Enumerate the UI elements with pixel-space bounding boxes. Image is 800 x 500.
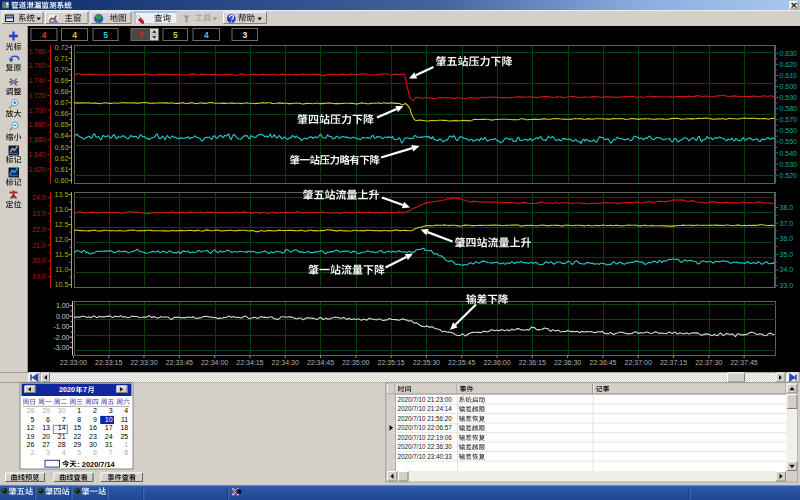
svg-text:0.71: 0.71 [55,54,69,63]
svg-text:1.700: 1.700 [28,107,45,114]
svg-text:1.680: 1.680 [28,121,45,128]
svg-text:3: 3 [46,449,50,456]
svg-text:0.72: 0.72 [55,43,69,52]
svg-text:2020/7/10 23:40:33: 2020/7/10 23:40:33 [398,453,453,460]
svg-text:0.600: 0.600 [780,83,798,90]
svg-text:5: 5 [103,30,108,40]
svg-text:12.0: 12.0 [55,235,69,244]
svg-text:22:35:00: 22:35:00 [342,359,369,366]
svg-text:27: 27 [42,441,50,448]
svg-text:: 2020/7/14: : 2020/7/14 [77,460,115,469]
svg-text:29: 29 [73,441,81,448]
svg-text:22:37:30: 22:37:30 [695,359,722,366]
svg-text:22:36:00: 22:36:00 [483,359,510,366]
svg-text:1.660: 1.660 [28,136,45,143]
svg-text:23: 23 [89,433,97,440]
svg-text:0.520: 0.520 [780,172,798,179]
svg-text:29: 29 [42,407,50,414]
svg-text:26: 26 [27,441,35,448]
svg-text:2: 2 [93,407,97,414]
svg-text:-1.00: -1.00 [54,323,70,330]
svg-text:19.0: 19.0 [32,273,45,280]
svg-text:24: 24 [105,433,113,440]
svg-text:0.66: 0.66 [55,109,69,118]
svg-text:0.580: 0.580 [780,105,798,112]
svg-text:38.0: 38.0 [780,204,794,211]
svg-text:0.540: 0.540 [780,150,798,157]
svg-text:12: 12 [27,424,35,431]
svg-text:1.720: 1.720 [28,92,45,99]
svg-text:13.5: 13.5 [55,190,69,199]
svg-text:0.67: 0.67 [55,98,69,107]
svg-text:1.760: 1.760 [28,62,45,69]
svg-text:6: 6 [93,449,97,456]
svg-text:22:33:30: 22:33:30 [130,359,157,366]
svg-text:28: 28 [27,407,35,414]
svg-text:7: 7 [109,449,113,456]
svg-text:6: 6 [46,416,50,423]
svg-text:2: 2 [30,449,34,456]
svg-text:24.0: 24.0 [32,194,45,201]
svg-text:21: 21 [58,433,66,440]
svg-text:1.640: 1.640 [28,151,45,158]
svg-text:8: 8 [77,416,81,423]
svg-text:22:34:45: 22:34:45 [307,359,334,366]
svg-text:22:35:15: 22:35:15 [377,359,404,366]
svg-text:22:34:00: 22:34:00 [201,359,228,366]
svg-text:0.68: 0.68 [55,87,69,96]
svg-text:22:37:45: 22:37:45 [730,359,757,366]
svg-text:36.0: 36.0 [780,235,794,242]
svg-text:0.61: 0.61 [55,165,69,174]
svg-text:25: 25 [120,433,128,440]
svg-text:22:33:45: 22:33:45 [166,359,193,366]
svg-text:5: 5 [30,416,34,423]
svg-text:35.0: 35.0 [780,251,794,258]
svg-text:2020: 2020 [59,385,75,394]
svg-text:2020/7/10 22:06:57: 2020/7/10 22:06:57 [398,424,453,431]
svg-text:23.0: 23.0 [32,210,45,217]
svg-text:12.5: 12.5 [55,220,69,229]
svg-text:0.560: 0.560 [780,127,798,134]
svg-text:4: 4 [42,30,47,40]
svg-text:1: 1 [77,407,81,414]
svg-text:22:34:15: 22:34:15 [236,359,263,366]
svg-text:0.64: 0.64 [55,131,69,140]
svg-text:4: 4 [124,407,128,414]
svg-text:4: 4 [62,449,66,456]
svg-text:0.550: 0.550 [780,138,798,145]
svg-text:0.620: 0.620 [780,61,798,68]
svg-text:22:36:30: 22:36:30 [554,359,581,366]
svg-text:0.00: 0.00 [56,313,70,320]
svg-text:0.60: 0.60 [55,176,69,185]
svg-text:22:33:00: 22:33:00 [60,359,87,366]
svg-text:-2.00: -2.00 [54,334,70,341]
svg-text:22:37:00: 22:37:00 [625,359,652,366]
svg-text:34.0: 34.0 [780,266,794,273]
svg-text:22:35:45: 22:35:45 [448,359,475,366]
svg-text:1.00: 1.00 [56,302,70,309]
svg-text:13.0: 13.0 [55,205,69,214]
svg-text:2020/7/10 21:23:00: 2020/7/10 21:23:00 [398,396,453,403]
svg-text:2020/7/10 21:24:14: 2020/7/10 21:24:14 [398,405,453,412]
svg-text:1.780: 1.780 [28,48,45,55]
svg-text:22:33:15: 22:33:15 [95,359,122,366]
svg-text:10: 10 [105,416,113,423]
svg-text:31: 31 [105,441,113,448]
svg-text:1.620: 1.620 [28,166,45,173]
svg-text:11.0: 11.0 [55,265,68,274]
svg-text:2020/7/10 21:56:20: 2020/7/10 21:56:20 [398,415,453,422]
svg-text:2020/7/10 22:36:30: 2020/7/10 22:36:30 [398,443,453,450]
svg-text:3: 3 [242,30,247,40]
svg-text:0.62: 0.62 [55,154,69,163]
svg-text:3: 3 [138,30,143,40]
svg-text:14: 14 [58,424,66,431]
svg-text:33.0: 33.0 [780,282,794,289]
svg-text:15: 15 [73,424,81,431]
svg-text:0.630: 0.630 [780,50,798,57]
svg-text:0.610: 0.610 [780,72,798,79]
svg-text:22:36:45: 22:36:45 [589,359,616,366]
svg-text:5: 5 [77,449,81,456]
svg-text:11.5: 11.5 [55,250,68,259]
svg-text:7: 7 [83,385,87,394]
svg-text:18: 18 [120,424,128,431]
